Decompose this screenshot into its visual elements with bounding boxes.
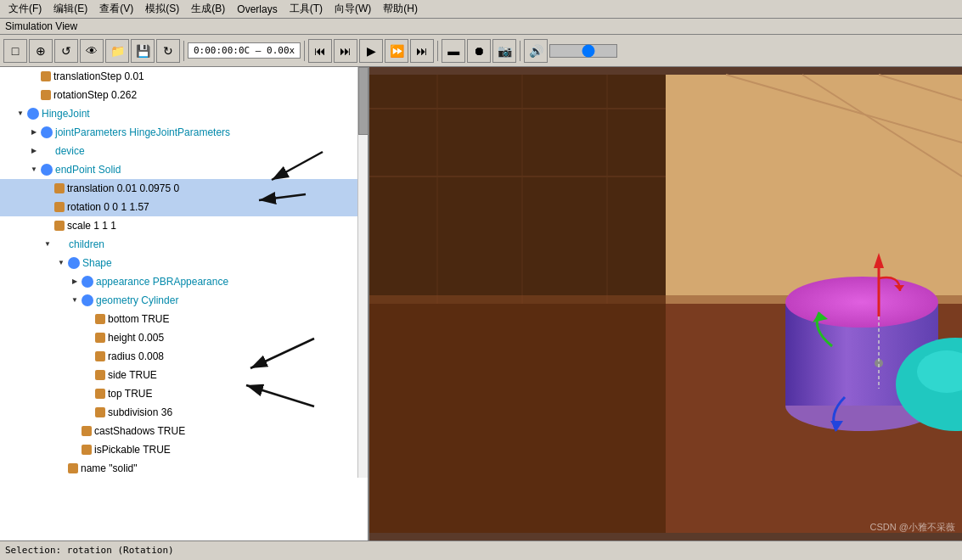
toolbar-show-btn[interactable]: 👁 [80, 39, 104, 63]
label-device: device [55, 143, 85, 160]
icon-side [95, 370, 105, 380]
tree-item-height[interactable]: height 0.005 [0, 328, 368, 347]
toolbar-reload-btn[interactable]: ↺ [54, 39, 78, 63]
svg-marker-7 [666, 75, 962, 304]
scrollbar-track[interactable] [357, 67, 368, 478]
arrow-translation [41, 182, 54, 195]
label-subdivision: subdivision 36 [108, 404, 172, 421]
btn-play[interactable]: ▶ [359, 39, 383, 63]
tree-item-device[interactable]: device [0, 142, 368, 160]
label-bottom: bottom TRUE [108, 311, 169, 328]
arrow-shape[interactable] [54, 256, 68, 270]
label-rotationStep: rotationStep 0.262 [53, 87, 137, 104]
icon-translationStep [41, 71, 51, 81]
toolbar-add-btn[interactable]: ⊕ [29, 39, 53, 63]
icon-castShadows [82, 426, 92, 436]
menu-file[interactable]: 文件(F) [3, 0, 47, 18]
icon-translation [54, 183, 65, 193]
menu-edit[interactable]: 编辑(E) [48, 0, 93, 18]
menu-build[interactable]: 生成(B) [186, 0, 230, 18]
viewport[interactable]: CSDN @小雅不采薇 [369, 67, 962, 540]
arrow-subdivision [82, 406, 95, 419]
arrow-children[interactable] [41, 238, 54, 251]
label-castShadows: castShadows TRUE [94, 423, 185, 440]
arrow-isPickable [68, 443, 82, 456]
label-hingeJoint: HingeJoint [42, 105, 90, 122]
btn-step-back[interactable]: ⏮ [308, 39, 332, 63]
tree-item-rotation[interactable]: rotation 0 0 1 1.57 [0, 198, 368, 216]
scene-tree: translationStep 0.01 rotationStep 0.262 … [0, 67, 369, 540]
tree-item-top[interactable]: top TRUE [0, 384, 368, 403]
tree-item-radius[interactable]: radius 0.008 [0, 347, 368, 366]
arrow-side [82, 368, 95, 382]
tree-item-nameSolid[interactable]: name "solid" [0, 459, 368, 478]
tree-item-children[interactable]: children [0, 235, 368, 254]
toolbar-new-btn[interactable]: □ [3, 39, 27, 63]
btn-screenshot[interactable]: 📷 [492, 39, 516, 63]
speed-slider[interactable] [549, 44, 617, 58]
toolbar-refresh-btn[interactable]: ↻ [156, 39, 180, 63]
label-side: side TRUE [108, 367, 157, 384]
arrow-translationStep [27, 70, 41, 83]
arrow-scale [41, 219, 54, 232]
icon-isPickable [82, 445, 92, 455]
arrow-rotation [41, 200, 54, 214]
watermark: CSDN @小雅不采薇 [870, 521, 955, 534]
btn-fast-fwd[interactable]: ⏩ [385, 39, 408, 63]
tree-item-bottom[interactable]: bottom TRUE [0, 310, 368, 328]
label-radius: radius 0.008 [108, 348, 164, 365]
svg-point-23 [785, 277, 938, 328]
btn-step-fwd[interactable]: ⏭ [334, 39, 357, 63]
arrow-height [82, 331, 95, 344]
arrow-rotationStep [27, 88, 41, 102]
btn-rect[interactable]: ▬ [442, 39, 465, 63]
menu-help[interactable]: 帮助(H) [378, 0, 423, 18]
viewport-3d [369, 67, 962, 540]
status-bar: Selection: rotation (Rotation) [0, 540, 962, 559]
tree-item-translationStep[interactable]: translationStep 0.01 [0, 67, 368, 86]
arrow-castShadows [68, 424, 82, 438]
menu-simulate[interactable]: 模拟(S) [140, 0, 184, 18]
tree-item-scale[interactable]: scale 1 1 1 [0, 216, 368, 235]
tree-item-jointParameters[interactable]: jointParameters HingeJointParameters [0, 123, 368, 142]
tree-item-appearance[interactable]: appearance PBRAppearance [0, 272, 368, 291]
icon-jointParameters [41, 126, 53, 138]
icon-radius [95, 351, 105, 361]
arrow-nameSolid [54, 462, 68, 475]
tree-item-translation[interactable]: translation 0.01 0.0975 0 [0, 179, 368, 198]
tree-item-castShadows[interactable]: castShadows TRUE [0, 422, 368, 440]
btn-sound[interactable]: 🔊 [524, 39, 548, 63]
btn-record[interactable]: ⏺ [467, 39, 491, 63]
arrow-endPointSolid[interactable] [27, 163, 41, 176]
tree-item-isPickable[interactable]: isPickable TRUE [0, 440, 368, 459]
btn-fast-fwd2[interactable]: ⏭ [410, 39, 434, 63]
arrow-bottom [82, 312, 95, 326]
arrow-device[interactable] [27, 144, 41, 158]
arrow-geometryCylinder[interactable] [68, 294, 82, 307]
tree-item-shape[interactable]: Shape [0, 254, 368, 272]
label-shape: Shape [82, 255, 112, 272]
menu-bar: 文件(F) 编辑(E) 查看(V) 模拟(S) 生成(B) Overlays 工… [0, 0, 962, 19]
icon-rotationStep [41, 90, 51, 100]
toolbar-save-btn[interactable]: 💾 [131, 39, 155, 63]
icon-top [95, 389, 105, 399]
tree-item-subdivision[interactable]: subdivision 36 [0, 403, 368, 422]
menu-view[interactable]: 查看(V) [94, 0, 138, 18]
arrow-appearance[interactable] [68, 275, 82, 288]
menu-wizard[interactable]: 向导(W) [329, 0, 376, 18]
tree-item-side[interactable]: side TRUE [0, 366, 368, 384]
time-display: 0:00:00:0C — 0.00x [188, 42, 301, 59]
icon-hingeJoint [27, 108, 39, 120]
arrow-jointParameters[interactable] [27, 126, 41, 139]
icon-shape [68, 257, 80, 269]
sep3 [437, 41, 438, 61]
tree-item-hingeJoint[interactable]: HingeJoint [0, 104, 368, 123]
arrow-hingeJoint[interactable] [14, 107, 27, 120]
menu-tools[interactable]: 工具(T) [284, 0, 328, 18]
toolbar-open-btn[interactable]: 📁 [105, 39, 129, 63]
tree-item-geometryCylinder[interactable]: geometry Cylinder [0, 291, 368, 310]
menu-overlays[interactable]: Overlays [232, 2, 282, 17]
tree-item-rotationStep[interactable]: rotationStep 0.262 [0, 86, 368, 104]
scrollbar-thumb[interactable] [358, 67, 368, 135]
tree-item-endPointSolid[interactable]: endPoint Solid [0, 160, 368, 179]
